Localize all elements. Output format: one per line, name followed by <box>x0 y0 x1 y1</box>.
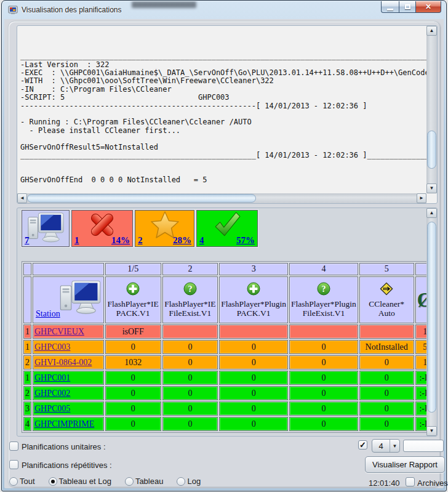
table-scroll-down-button[interactable]: ▼ <box>426 426 437 436</box>
app-icon <box>8 6 18 15</box>
station-name-cell: GHPC003 <box>33 340 104 354</box>
result-cell: 0 <box>162 355 218 369</box>
report-count-dropdown[interactable]: 4 ▼ <box>372 439 400 453</box>
radio-label: Log <box>187 477 201 486</box>
window-content: ________________________________________… <box>4 19 444 488</box>
result-cell: 0 <box>359 401 414 416</box>
row-number-cell: 1 <box>23 340 31 354</box>
result-cell: 0 <box>219 340 288 354</box>
task-column-header: ?FlashPlayer*IE FileExist.V1 <box>162 276 218 323</box>
result-cell: isOFF <box>105 325 161 339</box>
summary-count-link[interactable]: 2 <box>138 235 143 246</box>
row-number-cell: 2 <box>23 355 31 369</box>
plus-icon <box>126 288 140 297</box>
result-cell: 0 <box>162 401 218 416</box>
log-vertical-scroll-thumb[interactable] <box>427 131 436 169</box>
radio-button[interactable] <box>49 477 57 486</box>
result-cell: 0 <box>289 355 358 369</box>
result-cell: 1032 <box>105 355 161 369</box>
desktop-background: Visualisation des planifications ✕ _____… <box>0 0 448 492</box>
red-cross-icon <box>72 211 132 238</box>
summary-percent-link[interactable]: 57% <box>236 235 255 246</box>
result-cell: 0 <box>359 417 414 431</box>
station-name-cell: GHPCVIEUX <box>33 325 104 339</box>
station-name-cell: GHPCIMPRIME <box>33 417 104 431</box>
summary-count-link[interactable]: 1 <box>74 235 79 246</box>
station-name-cell: GHPC005 <box>33 401 104 416</box>
planifications-repetitives-checkbox[interactable] <box>9 460 18 469</box>
summary-cell-stations-total: 7 <box>22 210 70 247</box>
result-cell: 0 <box>162 340 218 354</box>
archives-checkbox[interactable] <box>406 477 415 486</box>
station-row: 1GHPC0030000NotInstalled5 <box>23 340 435 354</box>
radio-button[interactable] <box>125 477 134 486</box>
log-scroll-down-button[interactable]: ▼ <box>426 183 437 193</box>
result-cell: 0 <box>105 417 161 431</box>
corner-cell <box>23 276 31 323</box>
report-checkbox[interactable]: ✓ <box>358 440 367 450</box>
radio-label: Tableau <box>135 477 164 486</box>
station-header-link[interactable]: Station <box>36 309 60 319</box>
station-link[interactable]: GHVI-0864-002 <box>34 358 92 367</box>
task-column-label: FlashPlayer*Plugin FileExist.V1 <box>291 299 356 318</box>
result-cell: 0 <box>105 401 161 416</box>
close-button[interactable]: ✕ <box>415 1 441 13</box>
archives-label: Archives <box>417 478 448 488</box>
task-column-label: CCleaner* Auto <box>361 299 412 318</box>
radio-button[interactable] <box>9 477 18 486</box>
result-cell: 0 <box>162 417 218 431</box>
log-horizontal-scroll-thumb[interactable] <box>27 194 256 203</box>
task-column-label: FlashPlayer*Plugin PACK.V1 <box>221 299 286 318</box>
column-number-row: 1/52345 <box>23 263 435 275</box>
result-cell: 0 <box>105 340 161 354</box>
background-window-fragment <box>132 1 196 8</box>
table-vertical-scroll-thumb[interactable] <box>427 222 436 413</box>
summary-count-link[interactable]: 4 <box>199 235 204 246</box>
station-link[interactable]: GHPC003 <box>34 342 70 352</box>
planifications-repetitives-label: Planifications répétitives : <box>22 461 112 470</box>
column-number-cell: 3 <box>219 263 288 275</box>
diamond-arrow-icon <box>380 288 393 297</box>
radio-button[interactable] <box>177 477 185 486</box>
summary-percent-link[interactable]: 28% <box>173 235 191 246</box>
chevron-down-icon: ▼ <box>390 440 399 452</box>
title-bar[interactable]: Visualisation des planifications ✕ <box>2 1 446 19</box>
station-link[interactable]: GHPCVIEUX <box>34 327 84 336</box>
column-number-cell <box>33 263 104 275</box>
question-icon: ? <box>317 288 330 297</box>
table-scroll-up-button[interactable]: ▲ <box>426 208 437 218</box>
station-link[interactable]: GHPCIMPRIME <box>34 419 94 429</box>
log-scroll-left-button[interactable]: ◄ <box>17 193 27 203</box>
view-mode-option: Log <box>177 477 201 486</box>
station-name-cell: GHPC001 <box>33 371 104 385</box>
report-extra-field[interactable] <box>403 440 444 452</box>
planifications-unitaires-checkbox[interactable] <box>9 442 18 451</box>
column-number-cell: 5 <box>359 263 414 275</box>
column-number-cell: 2 <box>162 263 218 275</box>
station-link[interactable]: GHPC001 <box>34 373 70 382</box>
column-header-row: StationFlashPlayer*IE PACK.V1?FlashPlaye… <box>23 276 435 323</box>
maximize-button[interactable] <box>399 1 416 13</box>
result-cell <box>162 325 218 339</box>
summary-cell-errors: 114% <box>71 210 133 247</box>
minimize-button[interactable] <box>381 1 399 13</box>
result-cell: 0 <box>162 386 218 400</box>
log-scroll-right-button[interactable]: ► <box>417 193 426 203</box>
result-cell: 0 <box>289 401 358 416</box>
result-cell: 0 <box>105 386 161 400</box>
view-mode-option: Tout <box>9 477 35 486</box>
view-mode-radio-group: ToutTableau et LogTableauLog <box>9 477 214 486</box>
station-name-cell: GHVI-0864-002 <box>33 355 104 369</box>
station-link[interactable]: GHPC002 <box>34 389 70 398</box>
result-cell <box>219 325 288 339</box>
task-column-header: ?FlashPlayer*Plugin FileExist.V1 <box>289 276 358 323</box>
result-cell: 0 <box>219 371 288 385</box>
visualiser-rapport-button[interactable]: Visualiser Rapport <box>365 456 445 473</box>
summary-count-link[interactable]: 7 <box>25 235 30 246</box>
result-cell: 0 <box>105 371 161 385</box>
log-scroll-up-button[interactable]: ▲ <box>426 26 437 36</box>
station-link[interactable]: GHPC005 <box>34 404 70 413</box>
radio-label: Tableau et Log <box>59 477 111 486</box>
summary-percent-link[interactable]: 14% <box>111 235 130 246</box>
station-row: 4GHPCIMPRIME00000:-D <box>23 417 435 431</box>
